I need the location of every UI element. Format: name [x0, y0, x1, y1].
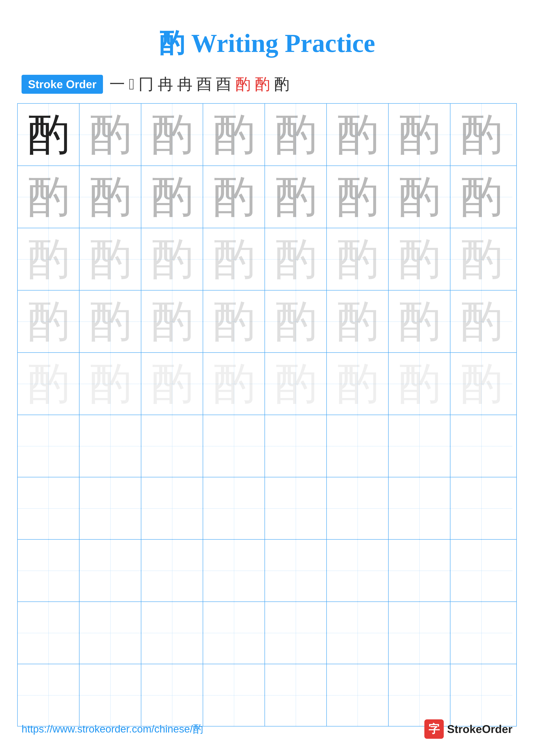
grid-cell[interactable] — [389, 415, 450, 477]
grid-cell[interactable] — [327, 540, 389, 602]
grid-cell[interactable]: 酌 — [141, 104, 203, 166]
grid-cell[interactable]: 酌 — [141, 228, 203, 290]
grid-cell[interactable] — [18, 540, 80, 602]
grid-cell[interactable] — [389, 664, 450, 726]
grid-cell[interactable] — [389, 540, 450, 602]
stroke-10: 酌 — [274, 74, 290, 94]
grid-cell[interactable]: 酌 — [80, 166, 141, 228]
grid-cell[interactable]: 酌 — [327, 228, 389, 290]
grid-cell[interactable] — [80, 540, 141, 602]
grid-cell[interactable] — [80, 477, 141, 539]
grid-cell[interactable]: 酌 — [80, 228, 141, 290]
grid-cell[interactable] — [80, 602, 141, 664]
grid-cell[interactable]: 酌 — [203, 353, 265, 415]
grid-cell[interactable]: 酌 — [327, 104, 389, 166]
grid-cell[interactable] — [389, 602, 450, 664]
grid-cell[interactable]: 酌 — [450, 290, 512, 352]
cell-character: 酌 — [213, 176, 255, 219]
stroke-7: 酉 — [216, 74, 231, 94]
grid-cell[interactable] — [265, 415, 327, 477]
grid-cell[interactable] — [203, 477, 265, 539]
grid-cell[interactable] — [141, 415, 203, 477]
grid-cell[interactable]: 酌 — [80, 104, 141, 166]
grid-cell[interactable]: 酌 — [265, 228, 327, 290]
grid-cell[interactable] — [327, 415, 389, 477]
grid-cell[interactable]: 酌 — [141, 166, 203, 228]
grid-cell[interactable] — [450, 540, 512, 602]
grid-row: 酌酌酌酌酌酌酌酌 — [18, 290, 516, 353]
logo-icon: 字 — [424, 719, 444, 739]
grid-cell[interactable] — [18, 415, 80, 477]
grid-row — [18, 602, 516, 664]
grid-cell[interactable]: 酌 — [141, 290, 203, 352]
stroke-order-section: Stroke Order 一 𠃌 冂 冉 冉 酉 酉 酌 酌 酌 — [0, 74, 534, 94]
grid-row — [18, 664, 516, 726]
cell-character: 酌 — [336, 300, 379, 343]
grid-cell[interactable]: 酌 — [80, 353, 141, 415]
grid-row: 酌酌酌酌酌酌酌酌 — [18, 228, 516, 290]
grid-cell[interactable]: 酌 — [18, 290, 80, 352]
grid-cell[interactable] — [450, 664, 512, 726]
grid-cell[interactable] — [389, 477, 450, 539]
grid-cell[interactable]: 酌 — [389, 353, 450, 415]
grid-cell[interactable]: 酌 — [450, 228, 512, 290]
grid-cell[interactable]: 酌 — [327, 290, 389, 352]
cell-character: 酌 — [336, 113, 379, 156]
grid-cell[interactable] — [203, 602, 265, 664]
grid-cell[interactable] — [141, 664, 203, 726]
cell-character: 酌 — [27, 238, 70, 281]
cell-character: 酌 — [27, 176, 70, 219]
grid-cell[interactable] — [265, 477, 327, 539]
cell-character: 酌 — [213, 113, 255, 156]
grid-cell[interactable] — [203, 664, 265, 726]
grid-cell[interactable]: 酌 — [80, 290, 141, 352]
grid-cell[interactable]: 酌 — [450, 104, 512, 166]
grid-cell[interactable] — [450, 415, 512, 477]
grid-cell[interactable]: 酌 — [327, 166, 389, 228]
grid-cell[interactable] — [80, 664, 141, 726]
grid-cell[interactable] — [203, 540, 265, 602]
grid-cell[interactable]: 酌 — [265, 353, 327, 415]
grid-cell[interactable]: 酌 — [203, 228, 265, 290]
grid-cell[interactable] — [327, 477, 389, 539]
grid-cell[interactable]: 酌 — [141, 353, 203, 415]
grid-cell[interactable]: 酌 — [18, 104, 80, 166]
grid-cell[interactable] — [18, 602, 80, 664]
stroke-9: 酌 — [255, 74, 270, 94]
grid-cell[interactable]: 酌 — [389, 104, 450, 166]
grid-cell[interactable]: 酌 — [389, 166, 450, 228]
grid-cell[interactable]: 酌 — [203, 104, 265, 166]
grid-cell[interactable] — [141, 477, 203, 539]
grid-cell[interactable] — [141, 540, 203, 602]
grid-cell[interactable] — [80, 415, 141, 477]
grid-cell[interactable]: 酌 — [18, 353, 80, 415]
grid-cell[interactable]: 酌 — [389, 228, 450, 290]
grid-cell[interactable] — [327, 664, 389, 726]
grid-cell[interactable] — [265, 602, 327, 664]
grid-cell[interactable] — [18, 664, 80, 726]
footer-logo: 字 StrokeOrder — [424, 719, 513, 739]
grid-cell[interactable]: 酌 — [327, 353, 389, 415]
grid-cell[interactable] — [18, 477, 80, 539]
grid-cell[interactable]: 酌 — [18, 166, 80, 228]
grid-cell[interactable]: 酌 — [450, 353, 512, 415]
cell-character: 酌 — [398, 362, 441, 405]
grid-cell[interactable]: 酌 — [203, 166, 265, 228]
grid-row — [18, 540, 516, 602]
grid-cell[interactable] — [450, 477, 512, 539]
grid-cell[interactable]: 酌 — [265, 166, 327, 228]
grid-cell[interactable]: 酌 — [203, 290, 265, 352]
grid-cell[interactable] — [265, 664, 327, 726]
grid-cell[interactable] — [450, 602, 512, 664]
grid-cell[interactable] — [265, 540, 327, 602]
grid-cell[interactable]: 酌 — [265, 290, 327, 352]
grid-cell[interactable]: 酌 — [389, 290, 450, 352]
grid-cell[interactable]: 酌 — [265, 104, 327, 166]
grid-cell[interactable]: 酌 — [18, 228, 80, 290]
grid-cell[interactable] — [203, 415, 265, 477]
grid-cell[interactable] — [141, 602, 203, 664]
stroke-8: 酌 — [235, 74, 251, 94]
stroke-3: 冂 — [138, 74, 154, 94]
grid-cell[interactable]: 酌 — [450, 166, 512, 228]
grid-cell[interactable] — [327, 602, 389, 664]
